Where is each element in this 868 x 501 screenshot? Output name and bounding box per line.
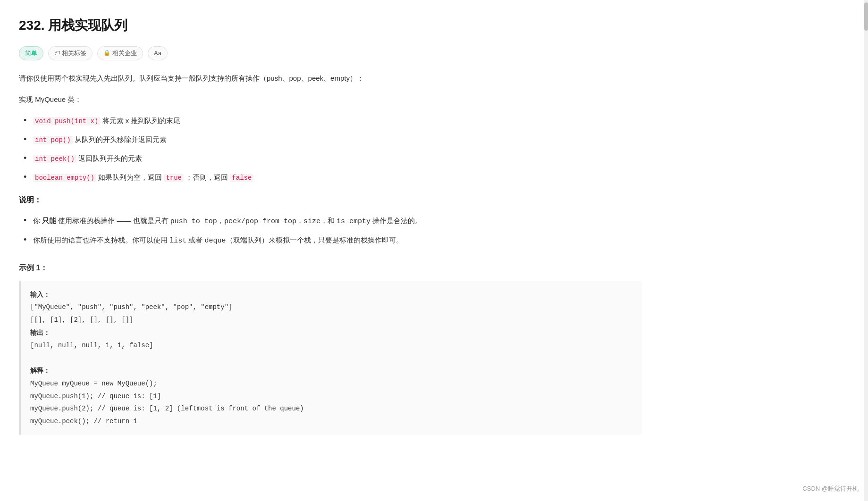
font-label: Aa — [154, 48, 161, 58]
company-label: 相关企业 — [112, 48, 137, 58]
method-peek-desc: 返回队列开头的元素 — [78, 154, 142, 162]
explain-label: 解释： — [30, 367, 50, 374]
output-value: [null, null, null, 1, 1, false] — [30, 342, 153, 349]
method-empty-code: boolean empty() — [33, 174, 96, 182]
method-empty-desc: 如果队列为空，返回 true ；否则，返回 false — [98, 173, 253, 181]
method-push-desc: 将元素 x 推到队列的末尾 — [102, 117, 181, 125]
method-peek: int peek() 返回队列开头的元素 — [24, 152, 642, 165]
lock-icon: 🔒 — [103, 48, 110, 58]
tag-icon: 🏷 — [54, 48, 60, 58]
description-intro: 请你仅使用两个栈实现先入先出队列。队列应当支持一般队列支持的所有操作（push、… — [19, 72, 642, 84]
methods-list: void push(int x) 将元素 x 推到队列的末尾 int pop()… — [19, 114, 642, 184]
difficulty-label: 简单 — [25, 48, 37, 58]
example-title: 示例 1： — [19, 261, 642, 274]
method-push: void push(int x) 将元素 x 推到队列的末尾 — [24, 114, 642, 127]
scrollbar[interactable] — [864, 0, 868, 449]
explain-line3: myQueue.push(2); // queue is: [1, 2] (le… — [30, 405, 304, 412]
example-section: 示例 1： 输入： ["MyQueue", "push", "push", "p… — [19, 261, 642, 435]
output-label: 输出： — [30, 329, 50, 336]
input-line2: [[], [1], [2], [], [], []] — [30, 316, 133, 324]
difficulty-badge[interactable]: 简单 — [19, 46, 43, 60]
title-number: 232. — [19, 18, 45, 33]
method-empty: boolean empty() 如果队列为空，返回 true ；否则，返回 fa… — [24, 171, 642, 184]
input-line1: ["MyQueue", "push", "push", "peek", "pop… — [30, 303, 232, 311]
note-2: 你所使用的语言也许不支持栈。你可以使用 list 或者 deque（双端队列）来… — [24, 234, 642, 247]
note-heading: 说明： — [19, 193, 642, 206]
bold-only: 只能 — [42, 217, 56, 225]
tags-row: 简单 🏷 相关标签 🔒 相关企业 Aa — [19, 46, 642, 60]
tags-label: 相关标签 — [62, 48, 86, 58]
class-label: 实现 MyQueue 类： — [19, 93, 642, 106]
page-title: 232. 用栈实现队列 — [19, 14, 642, 37]
related-company-badge[interactable]: 🔒 相关企业 — [97, 46, 143, 60]
note-1: 你 只能 使用标准的栈操作 —— 也就是只有 push to top，peek/… — [24, 214, 642, 228]
title-name: 用栈实现队列 — [48, 18, 127, 33]
explain-line1: MyQueue myQueue = new MyQueue(); — [30, 380, 157, 387]
scrollbar-thumb[interactable] — [864, 2, 868, 31]
method-pop: int pop() 从队列的开头移除并返回元素 — [24, 133, 642, 146]
font-badge[interactable]: Aa — [148, 46, 168, 60]
related-tags-badge[interactable]: 🏷 相关标签 — [48, 46, 93, 60]
explain-line2: myQueue.push(1); // queue is: [1] — [30, 392, 161, 400]
method-pop-desc: 从队列的开头移除并返回元素 — [75, 135, 167, 143]
notes-list: 你 只能 使用标准的栈操作 —— 也就是只有 push to top，peek/… — [19, 214, 642, 247]
method-peek-code: int peek() — [33, 155, 76, 163]
example-box: 输入： ["MyQueue", "push", "push", "peek", … — [19, 281, 642, 435]
input-label: 输入： — [30, 291, 50, 298]
method-push-code: void push(int x) — [33, 117, 100, 125]
page-container: 232. 用栈实现队列 简单 🏷 相关标签 🔒 相关企业 Aa 请你仅使用两个栈… — [0, 0, 661, 449]
explain-line4: myQueue.peek(); // return 1 — [30, 418, 137, 425]
method-pop-code: int pop() — [33, 136, 73, 144]
